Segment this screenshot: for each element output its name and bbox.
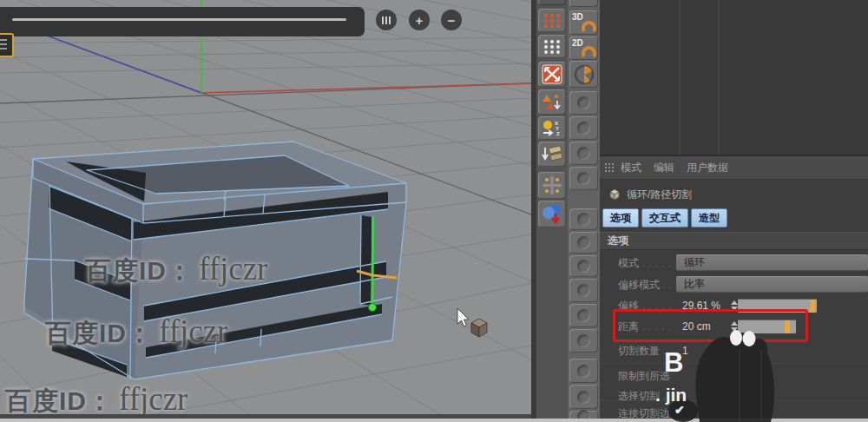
attribute-menu-bar: 模式 编辑 用户数据 (600, 156, 868, 180)
svg-text:Z: Z (556, 131, 560, 136)
panel-divider (718, 0, 720, 155)
viewport-canvas[interactable] (0, 0, 531, 422)
slider-marker[interactable] (810, 300, 815, 313)
plus-icon: + (416, 13, 424, 28)
snap-toolbar-right: 3D 2D (568, 0, 600, 422)
row-cut-count: 切割数量 . . 1 (600, 341, 868, 360)
grip-icon (604, 162, 615, 174)
object-title-row: 循环/路径切割 (600, 182, 868, 207)
row-offset-mode: 偏移模式 . . 比率 (600, 275, 868, 294)
watermark: 百度ID：ffjczr (85, 250, 267, 289)
minus-icon: − (448, 13, 456, 28)
magnet-icon-partial[interactable] (569, 0, 598, 7)
snap-option-disabled[interactable] (569, 304, 598, 327)
snap-option-disabled[interactable] (569, 359, 598, 383)
timeline-bar[interactable] (0, 7, 365, 36)
cut-count-field[interactable]: 1 (682, 345, 688, 357)
mode-dropdown[interactable]: 循环 (676, 254, 868, 271)
snap-grid-icon[interactable] (538, 35, 566, 58)
snap-polygon-icon[interactable] (538, 89, 566, 115)
active-tool-icon-partial[interactable] (0, 33, 14, 57)
menu-edit[interactable]: 编辑 (654, 161, 674, 175)
snap-option-disabled[interactable] (569, 208, 598, 230)
object-manager-empty[interactable] (600, 0, 868, 156)
snap-option-disabled[interactable] (569, 255, 598, 277)
keyframe-bars-button[interactable] (376, 10, 397, 30)
zoom-out-button[interactable]: − (441, 10, 462, 30)
section-header-options[interactable]: 选项 (600, 232, 868, 250)
watermark: 百度ID：ffjczr (45, 313, 227, 352)
row-divider (600, 400, 868, 401)
snap-3d-icon[interactable]: 3D (569, 10, 598, 35)
tool-cube-icon (471, 319, 487, 337)
snap-option-disabled[interactable] (569, 116, 598, 140)
snap-option-disabled[interactable] (569, 329, 598, 353)
workplane-icon[interactable] (538, 62, 566, 87)
quantize-rotate-icon[interactable] (569, 61, 598, 88)
cinema4d-window: + − 百度ID：ffjczr 百度ID：ffjczr 百度ID：ffjczr (0, 0, 868, 422)
object-title: 循环/路径切割 (627, 188, 692, 202)
tutorial-highlight-box (613, 309, 808, 342)
partial-icon[interactable] (538, 0, 566, 5)
timeline-progress[interactable] (12, 18, 346, 21)
snap-points-icon[interactable] (538, 9, 566, 32)
snap-option-disabled[interactable] (569, 279, 598, 302)
row-select-cuts: 选择切割 . (600, 386, 868, 406)
snap-option-disabled[interactable] (569, 142, 598, 165)
snap-2d-icon[interactable]: 2D (569, 36, 598, 60)
panel-divider (679, 0, 681, 155)
navigation-cross-icon[interactable] (538, 172, 566, 199)
snap-option-disabled[interactable] (569, 385, 598, 409)
x-axis (201, 83, 531, 93)
row-restrict-to-selection: 限制到所选 (600, 366, 868, 386)
zoom-in-button[interactable]: + (409, 10, 430, 30)
tab-bar: 选项 交互式 造型 (602, 208, 727, 227)
row-divider (600, 363, 868, 364)
menu-mode[interactable]: 模式 (621, 161, 641, 175)
tab-options[interactable]: 选项 (602, 208, 639, 227)
screenshot-bottom-edge (0, 419, 868, 422)
bars-icon (382, 16, 391, 24)
row-mode: 模式 . . . . . 循环 (600, 254, 868, 273)
snap-option-disabled[interactable] (569, 167, 598, 190)
axis-xyz-icon[interactable]: X Y Z (538, 116, 566, 140)
snap-option-disabled[interactable] (569, 91, 598, 115)
tab-interactive[interactable]: 交互式 (641, 208, 688, 227)
viewport-3d[interactable]: + − 百度ID：ffjczr 百度ID：ffjczr 百度ID：ffjczr (0, 0, 531, 422)
attribute-manager: 模式 编辑 用户数据 循环/路径切割 选项 交互式 造型 选项 模式 . . .… (600, 0, 868, 422)
snap-option-disabled[interactable] (569, 232, 598, 254)
tab-modeling[interactable]: 造型 (691, 208, 727, 227)
snap-toolbar-left: X Y Z (536, 0, 568, 422)
mouse-cursor (457, 308, 469, 326)
spheres-drop-icon[interactable] (538, 201, 566, 227)
planes-drop-icon[interactable] (538, 142, 566, 167)
cube-object-icon (608, 188, 621, 201)
menu-user-data[interactable]: 用户数据 (687, 161, 728, 175)
selected-edge[interactable] (372, 216, 373, 307)
selected-vertex[interactable] (369, 304, 377, 312)
offset-mode-dropdown[interactable]: 比率 (676, 276, 868, 293)
